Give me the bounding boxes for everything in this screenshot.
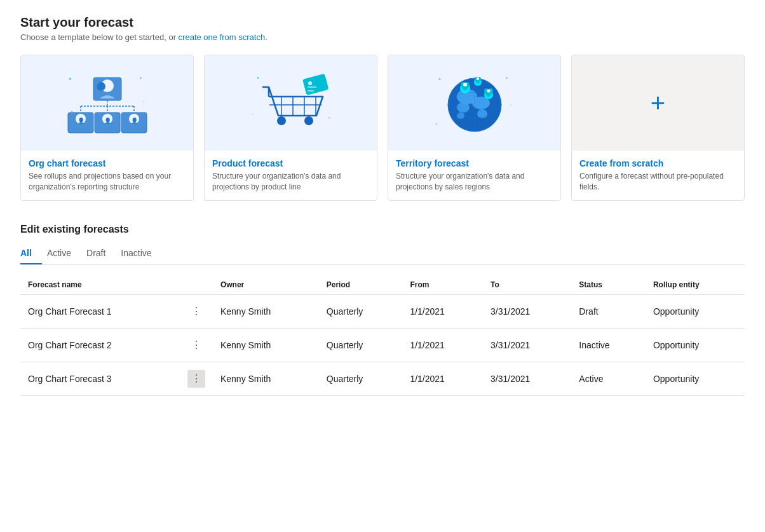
svg-text:👤: 👤 (97, 82, 105, 90)
row3-rollup: Opportunity (646, 362, 745, 395)
svg-point-31 (277, 116, 286, 125)
row3-owner: Kenny Smith (213, 362, 319, 395)
page-subtitle: Choose a template below to get started, … (20, 32, 745, 42)
table-wrapper: Forecast name Owner Period From To Statu… (20, 275, 745, 396)
row2-period: Quarterly (319, 328, 403, 362)
svg-point-53 (487, 90, 490, 93)
svg-text:👤: 👤 (130, 117, 138, 125)
col-header-rollup: Rollup entity (646, 275, 745, 295)
edit-section: Edit existing forecasts All Active Draft… (20, 224, 745, 396)
row1-period: Quarterly (319, 294, 403, 328)
template-cards: ✦ ✦ ✦ ✦ 👤 👤 (20, 55, 745, 201)
svg-text:✦: ✦ (68, 76, 72, 82)
tab-all[interactable]: All (20, 243, 42, 264)
svg-text:✦: ✦ (252, 113, 254, 116)
svg-text:✦: ✦ (142, 100, 145, 104)
row1-from: 1/1/2021 (402, 294, 483, 328)
row1-more-button[interactable]: ⋮ (187, 303, 205, 320)
template-card-org[interactable]: ✦ ✦ ✦ ✦ 👤 👤 (20, 55, 194, 201)
svg-text:👤: 👤 (77, 117, 85, 125)
org-card-image: ✦ ✦ ✦ ✦ 👤 👤 (21, 55, 193, 151)
tab-inactive[interactable]: Inactive (121, 243, 161, 264)
territory-card-image: ✦ ✦ ✦ ✦ (388, 55, 560, 151)
row2-status: Inactive (571, 328, 646, 362)
svg-text:✦: ✦ (435, 122, 438, 126)
svg-text:✦: ✦ (139, 76, 142, 80)
scratch-card-body: Create from scratch Configure a forecast… (572, 151, 744, 200)
svg-point-34 (308, 81, 312, 85)
row2-from: 1/1/2021 (402, 328, 483, 362)
row1-to: 3/31/2021 (483, 294, 571, 328)
org-card-title: Org chart forecast (29, 158, 186, 168)
product-card-image: ✦ ✦ ✦ ✦ (205, 55, 377, 151)
svg-point-55 (477, 78, 479, 80)
svg-text:✦: ✦ (328, 116, 330, 119)
col-header-to: To (483, 275, 571, 295)
tab-draft[interactable]: Draft (86, 243, 116, 264)
row3-more-button[interactable]: ⋮ (187, 370, 205, 388)
svg-text:✦: ✦ (256, 76, 260, 80)
page-container: Start your forecast Choose a template be… (0, 0, 765, 411)
forecast-table: Forecast name Owner Period From To Statu… (20, 275, 745, 396)
template-card-scratch[interactable]: + Create from scratch Configure a foreca… (571, 55, 745, 201)
svg-text:✦: ✦ (510, 103, 512, 107)
table-row: Org Chart Forecast 3 ⋮ Kenny Smith Quart… (20, 362, 745, 395)
col-header-name: Forecast name (20, 275, 180, 295)
row2-to: 3/31/2021 (483, 328, 571, 362)
row3-name: Org Chart Forecast 3 (20, 362, 180, 395)
template-card-territory[interactable]: ✦ ✦ ✦ ✦ (388, 55, 561, 201)
svg-point-51 (463, 83, 467, 86)
svg-point-32 (304, 116, 313, 125)
row2-more-button[interactable]: ⋮ (187, 336, 205, 354)
territory-card-desc: Structure your organization's data and p… (396, 171, 553, 193)
table-row: Org Chart Forecast 2 ⋮ Kenny Smith Quart… (20, 328, 745, 362)
territory-card-title: Territory forecast (396, 158, 553, 168)
tab-active[interactable]: Active (47, 243, 81, 264)
row3-period: Quarterly (319, 362, 403, 395)
tabs-container: All Active Draft Inactive (20, 243, 745, 265)
product-card-title: Product forecast (212, 158, 369, 168)
col-header-owner-name: Owner (213, 275, 319, 295)
svg-text:✦: ✦ (505, 76, 508, 80)
page-title: Start your forecast (20, 15, 745, 30)
plus-icon: + (651, 89, 665, 118)
scratch-card-desc: Configure a forecast without pre-populat… (579, 171, 736, 193)
row1-status: Draft (571, 294, 646, 328)
row1-rollup: Opportunity (646, 294, 745, 328)
svg-text:✦: ✦ (438, 77, 442, 81)
row3-to: 3/31/2021 (483, 362, 571, 395)
table-row: Org Chart Forecast 1 ⋮ Kenny Smith Quart… (20, 294, 745, 328)
org-card-desc: See rollups and projections based on you… (29, 171, 186, 193)
product-card-desc: Structure your organization's data and p… (212, 171, 369, 193)
col-header-owner (180, 275, 213, 295)
edit-section-title: Edit existing forecasts (20, 224, 745, 235)
row2-name: Org Chart Forecast 2 (20, 328, 180, 362)
row3-from: 1/1/2021 (402, 362, 483, 395)
scratch-card-image: + (572, 55, 744, 151)
product-card-body: Product forecast Structure your organiza… (205, 151, 377, 200)
row1-owner: Kenny Smith (213, 294, 319, 328)
row1-name: Org Chart Forecast 1 (20, 294, 180, 328)
row2-rollup: Opportunity (646, 328, 745, 362)
row3-more-cell: ⋮ (180, 362, 213, 395)
row2-owner: Kenny Smith (213, 328, 319, 362)
svg-point-44 (457, 102, 470, 113)
row3-status: Active (571, 362, 646, 395)
svg-text:👤: 👤 (104, 117, 111, 125)
svg-rect-33 (302, 74, 329, 95)
col-header-status: Status (571, 275, 646, 295)
template-card-product[interactable]: ✦ ✦ ✦ ✦ (204, 55, 377, 201)
col-header-period: Period (319, 275, 403, 295)
row2-more-cell: ⋮ (180, 328, 213, 362)
territory-card-body: Territory forecast Structure your organi… (388, 151, 560, 200)
create-scratch-link[interactable]: create one from scratch (179, 32, 266, 42)
row1-more-cell: ⋮ (180, 294, 213, 328)
scratch-card-title: Create from scratch (579, 158, 736, 168)
org-card-body: Org chart forecast See rollups and proje… (21, 151, 193, 200)
col-header-from: From (402, 275, 483, 295)
